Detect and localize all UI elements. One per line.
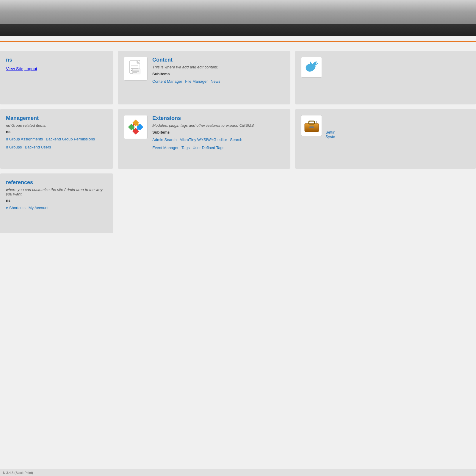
main-content: ns View Site Logout <box>0 42 476 310</box>
panel-extensions: Extensions Modules, plugin tags and othe… <box>118 109 290 169</box>
system-link[interactable]: Syste <box>325 134 335 139</box>
panel-right-1 <box>295 51 476 104</box>
search-link[interactable]: Search <box>230 137 242 142</box>
panel-content: Content This is where we add and edit co… <box>118 51 290 104</box>
content-description: This is where we add and edit content. <box>152 65 284 69</box>
management-title: Management <box>6 115 107 121</box>
extensions-panel-body: Extensions Modules, plugin tags and othe… <box>152 115 284 151</box>
content-links: Content Manager File Manager News <box>152 77 284 85</box>
content-subitems-label: Subitems <box>152 72 284 76</box>
extensions-icon-box <box>124 115 148 139</box>
preferences-subitems-label: ns <box>6 198 107 203</box>
preferences-links: e Shortcuts My Account <box>6 204 107 212</box>
backend-users-link[interactable]: Backend Users <box>25 145 51 149</box>
panel-right-2: Settin Syste <box>295 109 476 169</box>
view-site-link[interactable]: View Site <box>6 66 23 71</box>
panel-account: ns View Site Logout <box>0 51 113 104</box>
news-link[interactable]: News <box>211 79 220 84</box>
top-bar <box>0 0 476 24</box>
svg-rect-23 <box>309 126 314 128</box>
preferences-title: references <box>6 179 107 186</box>
extensions-description: Modules, plugin tags and other features … <box>152 123 284 128</box>
my-account-link[interactable]: My Account <box>29 206 48 210</box>
content-manager-link[interactable]: Content Manager <box>152 79 182 84</box>
panel-preferences: references where you can customize the s… <box>0 173 113 233</box>
extensions-title: Extensions <box>152 115 284 121</box>
right-icon-box-1 <box>301 57 322 78</box>
svg-rect-22 <box>309 121 314 124</box>
right-panel-2-links: Settin Syste <box>325 130 335 139</box>
extensions-subitems-label: Subitems <box>152 130 284 134</box>
content-panel-body: Content This is where we add and edit co… <box>152 57 284 85</box>
group-assignments-link[interactable]: d Group Assignments <box>6 137 43 141</box>
content-title: Content <box>152 57 284 63</box>
management-subitems-label: ns <box>6 129 107 134</box>
microtiny-link[interactable]: MicroTiny WYSIWYG editor <box>180 137 227 142</box>
bird-icon <box>304 60 319 75</box>
management-links: d Group Assignments Backend Group Permis… <box>6 135 107 151</box>
management-description: nd Group related items. <box>6 123 107 128</box>
shortcuts-link[interactable]: e Shortcuts <box>6 206 26 210</box>
panel-account-links: View Site Logout <box>6 65 107 73</box>
user-defined-tags-link[interactable]: User Defined Tags <box>192 145 224 150</box>
event-manager-link[interactable]: Event Manager <box>152 145 178 150</box>
nav-bar <box>0 24 476 36</box>
content-icon <box>128 60 143 78</box>
preferences-description: where you can customize the site Admin a… <box>6 187 107 196</box>
panel-management: Management nd Group related items. ns d … <box>0 109 113 169</box>
content-icon-box <box>124 57 148 81</box>
admin-search-link[interactable]: Admin Search <box>152 137 177 142</box>
puzzle-icon <box>127 118 145 136</box>
toolbox-icon <box>303 118 320 133</box>
backend-groups-link[interactable]: d Groups <box>6 145 22 149</box>
backend-group-permissions-link[interactable]: Backend Group Permissions <box>46 137 95 141</box>
logout-link[interactable]: Logout <box>24 66 37 71</box>
tags-link[interactable]: Tags <box>181 145 190 150</box>
right-icon-box-2 <box>301 115 322 136</box>
extensions-links: Admin Search MicroTiny WYSIWYG editor Se… <box>152 136 284 151</box>
file-manager-link[interactable]: File Manager <box>185 79 208 84</box>
settings-link[interactable]: Settin <box>325 130 335 134</box>
panel-account-title: ns <box>6 57 107 63</box>
